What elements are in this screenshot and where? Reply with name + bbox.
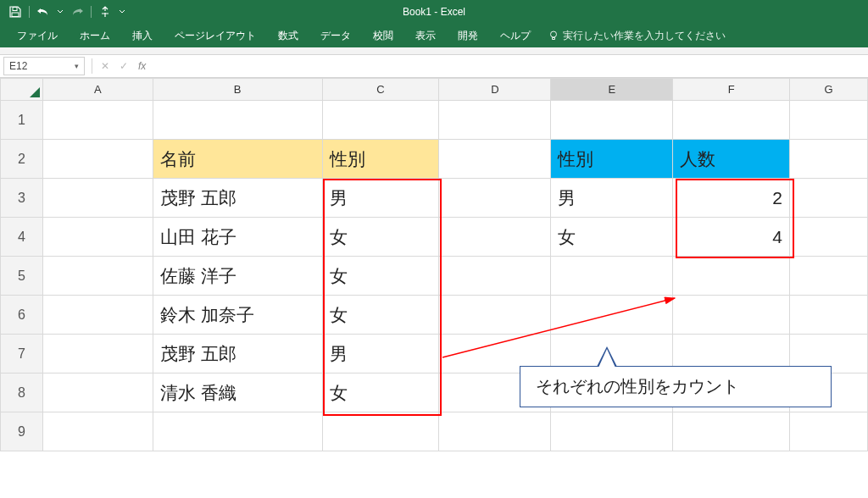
cell[interactable] [153,101,322,140]
formula-input[interactable] [151,57,868,75]
cell[interactable]: 女 [322,296,439,335]
col-header-E[interactable]: E [551,79,673,101]
cell[interactable] [42,374,153,412]
col-header-A[interactable]: A [42,79,153,101]
tab-developer[interactable]: 開発 [448,24,488,48]
touch-mode-icon[interactable] [98,5,112,19]
tab-pagelayout[interactable]: ページレイアウト [164,24,266,48]
cell-header[interactable]: 性別 [322,140,439,179]
tab-view[interactable]: 表示 [405,24,446,48]
cell[interactable] [42,412,153,451]
tab-home[interactable]: ホーム [70,24,120,48]
cell[interactable] [551,412,673,451]
separator [92,58,92,74]
cell[interactable] [439,179,551,218]
cancel-icon[interactable]: ✕ [97,58,113,74]
tab-help[interactable]: ヘルプ [490,24,541,48]
tab-data[interactable]: データ [310,24,361,48]
cell[interactable] [673,412,790,451]
cell[interactable]: 女 [322,374,439,412]
tab-formulas[interactable]: 数式 [268,24,309,48]
row-header[interactable]: 4 [1,218,43,257]
cell[interactable] [439,218,551,257]
cell[interactable]: 2 [673,179,790,218]
cell[interactable] [439,296,551,335]
cell[interactable] [790,218,868,257]
col-header-B[interactable]: B [153,79,322,101]
cell[interactable] [551,101,673,140]
row-header[interactable]: 2 [1,140,43,179]
col-header-C[interactable]: C [322,79,439,101]
cell[interactable] [790,101,868,140]
enter-icon[interactable]: ✓ [116,58,131,74]
cell[interactable] [551,296,673,335]
undo-dropdown-icon[interactable] [57,5,64,19]
cell[interactable] [790,140,868,179]
cell[interactable] [42,218,153,257]
redo-icon[interactable] [70,5,84,19]
cell-header[interactable]: 性別 [551,140,673,179]
cell[interactable] [551,257,673,296]
cell[interactable]: 茂野 五郎 [153,335,322,374]
cell[interactable] [790,257,868,296]
cell[interactable]: 佐藤 洋子 [153,257,322,296]
cell[interactable]: 男 [551,179,673,218]
formula-bar: E12 ▾ ✕ ✓ fx [0,55,868,78]
cell[interactable] [42,296,153,335]
chevron-down-icon[interactable]: ▾ [75,62,79,70]
row-header[interactable]: 1 [1,101,43,140]
cell[interactable]: 茂野 五郎 [153,179,322,218]
cell[interactable] [322,412,439,451]
cell[interactable] [42,101,153,140]
name-box[interactable]: E12 ▾ [3,57,85,75]
undo-icon[interactable] [36,5,50,19]
cell[interactable] [42,140,153,179]
cell[interactable]: 女 [322,257,439,296]
select-all-corner[interactable] [1,79,43,101]
cell[interactable]: 女 [551,218,673,257]
row-header[interactable]: 7 [1,335,43,374]
qat-customize-icon[interactable] [119,5,125,19]
cell-header[interactable]: 名前 [153,140,322,179]
cell[interactable] [790,296,868,335]
row-header[interactable]: 9 [1,412,43,451]
tab-file[interactable]: ファイル [7,24,68,48]
cell-header[interactable]: 人数 [673,140,790,179]
cell[interactable] [439,140,551,179]
row-header[interactable]: 3 [1,179,43,218]
cell[interactable]: 女 [322,218,439,257]
cell[interactable]: 4 [673,218,790,257]
col-header-F[interactable]: F [673,79,790,101]
cell[interactable] [673,257,790,296]
cell[interactable]: 清水 香織 [153,374,322,412]
col-header-G[interactable]: G [790,79,868,101]
cell[interactable] [322,101,439,140]
cell[interactable] [790,412,868,451]
cell[interactable]: 鈴木 加奈子 [153,296,322,335]
cell[interactable] [673,101,790,140]
save-icon[interactable] [8,5,22,19]
cell[interactable] [439,412,551,451]
window-title: Book1 - Excel [403,6,465,18]
tab-insert[interactable]: 挿入 [122,24,163,48]
cell[interactable] [673,296,790,335]
cell[interactable]: 男 [322,335,439,374]
cell[interactable] [42,257,153,296]
cell[interactable] [439,257,551,296]
cell[interactable] [42,335,153,374]
cell[interactable] [153,412,322,451]
tab-review[interactable]: 校閲 [363,24,403,48]
cell[interactable] [439,101,551,140]
row-header[interactable]: 8 [1,374,43,412]
col-header-D[interactable]: D [439,79,551,101]
cell[interactable] [790,179,868,218]
cell[interactable] [42,179,153,218]
separator [29,6,30,18]
fx-icon[interactable]: fx [138,60,146,72]
row-header[interactable]: 5 [1,257,43,296]
tell-me[interactable]: 実行したい作業を入力してください [548,29,726,43]
cell[interactable]: 男 [322,179,439,218]
worksheet: A B C D E F G 1 2名前性別性別人数 3茂野 五郎男男2 4山田 … [0,78,868,451]
row-header[interactable]: 6 [1,296,43,335]
cell[interactable]: 山田 花子 [153,218,322,257]
